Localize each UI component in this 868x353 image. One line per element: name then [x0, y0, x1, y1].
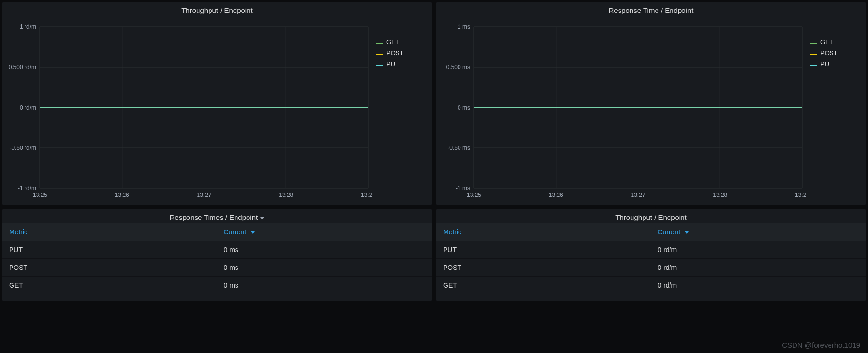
panel-title[interactable]: Throughput / Endpoint — [2, 2, 432, 16]
col-header-label: Current — [224, 228, 247, 236]
legend-swatch-icon — [810, 63, 817, 66]
table-row: POST 0 rd/m — [436, 259, 866, 277]
legend-item-post[interactable]: POST — [810, 49, 858, 57]
legend-swatch-icon — [376, 63, 383, 66]
col-header-current[interactable]: Current — [217, 223, 432, 241]
cell-current: 0 ms — [217, 259, 432, 277]
svg-text:-1 rd/m: -1 rd/m — [18, 185, 36, 192]
cell-metric: PUT — [436, 241, 651, 259]
svg-text:13:28: 13:28 — [713, 192, 727, 198]
metrics-table: Metric Current PUT 0 ms POST 0 ms G — [2, 223, 432, 294]
panel-throughput-table: Throughput / Endpoint Metric Current PUT… — [436, 209, 866, 301]
legend-item-get[interactable]: GET — [810, 38, 858, 46]
legend-item-get[interactable]: GET — [376, 38, 424, 46]
metrics-table: Metric Current PUT 0 rd/m POST 0 rd/m — [436, 223, 866, 294]
svg-text:13:26: 13:26 — [115, 192, 129, 198]
svg-text:0.500 rd/m: 0.500 rd/m — [9, 64, 36, 71]
cell-current: 0 ms — [217, 241, 432, 259]
svg-text:13:29: 13:29 — [795, 192, 806, 198]
sort-desc-icon — [251, 231, 255, 234]
cell-metric: PUT — [2, 241, 217, 259]
cell-current: 0 ms — [217, 277, 432, 294]
table-row: PUT 0 rd/m — [436, 241, 866, 259]
svg-text:-0.50 ms: -0.50 ms — [447, 145, 470, 151]
panel-throughput-chart: Throughput / Endpoint -1 rd/m-0.50 rd/m0… — [2, 2, 432, 205]
svg-text:0.500 ms: 0.500 ms — [446, 64, 470, 71]
legend-swatch-icon — [810, 41, 817, 44]
legend-swatch-icon — [376, 41, 383, 44]
panel-title[interactable]: Response Times / Endpoint — [2, 209, 432, 223]
chart-area[interactable]: -1 rd/m-0.50 rd/m0 rd/m0.500 rd/m1 rd/m1… — [2, 16, 432, 205]
panel-title[interactable]: Throughput / Endpoint — [436, 209, 866, 223]
svg-text:13:25: 13:25 — [467, 192, 481, 198]
legend-item-put[interactable]: PUT — [810, 61, 858, 68]
cell-metric: GET — [2, 277, 217, 294]
table-row: POST 0 ms — [2, 259, 432, 277]
plot: -1 rd/m-0.50 rd/m0 rd/m0.500 rd/m1 rd/m1… — [5, 19, 372, 202]
legend-item-post[interactable]: POST — [376, 49, 424, 57]
col-header-metric[interactable]: Metric — [2, 223, 217, 241]
col-header-metric[interactable]: Metric — [436, 223, 651, 241]
legend-label: PUT — [386, 61, 399, 68]
svg-text:13:27: 13:27 — [197, 192, 211, 198]
legend-label: PUT — [820, 61, 833, 68]
legend-swatch-icon — [810, 52, 817, 55]
legend: GET POST PUT — [372, 19, 426, 202]
svg-text:-0.50 rd/m: -0.50 rd/m — [10, 145, 36, 151]
svg-text:0 rd/m: 0 rd/m — [20, 104, 36, 111]
legend-swatch-icon — [376, 52, 383, 55]
cell-current: 0 rd/m — [651, 241, 866, 259]
svg-text:-1 ms: -1 ms — [456, 185, 470, 192]
plot: -1 ms-0.50 ms0 ms0.500 ms1 ms13:2513:261… — [439, 19, 806, 202]
cell-metric: POST — [436, 259, 651, 277]
legend-label: GET — [820, 38, 833, 46]
legend-item-put[interactable]: PUT — [376, 61, 424, 68]
legend: GET POST PUT — [806, 19, 860, 202]
svg-text:13:28: 13:28 — [279, 192, 293, 198]
panel-responsetimes-table: Response Times / Endpoint Metric Current… — [2, 209, 432, 301]
col-header-label: Current — [658, 228, 681, 236]
panel-title[interactable]: Response Time / Endpoint — [436, 2, 866, 16]
dashboard: Throughput / Endpoint -1 rd/m-0.50 rd/m0… — [0, 0, 868, 303]
table-row: GET 0 rd/m — [436, 277, 866, 294]
sort-desc-icon — [685, 231, 689, 234]
chart-area[interactable]: -1 ms-0.50 ms0 ms0.500 ms1 ms13:2513:261… — [436, 16, 866, 205]
cell-metric: POST — [2, 259, 217, 277]
legend-label: POST — [820, 49, 837, 57]
svg-text:13:29: 13:29 — [361, 192, 372, 198]
svg-text:13:25: 13:25 — [33, 192, 47, 198]
cell-current: 0 rd/m — [651, 259, 866, 277]
table-row: GET 0 ms — [2, 277, 432, 294]
col-header-current[interactable]: Current — [651, 223, 866, 241]
svg-text:1 ms: 1 ms — [458, 24, 470, 30]
panel-responsetime-chart: Response Time / Endpoint -1 ms-0.50 ms0 … — [436, 2, 866, 205]
svg-text:1 rd/m: 1 rd/m — [20, 24, 36, 30]
cell-metric: GET — [436, 277, 651, 294]
svg-text:13:27: 13:27 — [631, 192, 645, 198]
svg-text:13:26: 13:26 — [549, 192, 563, 198]
legend-label: GET — [386, 38, 399, 46]
table-row: PUT 0 ms — [2, 241, 432, 259]
cell-current: 0 rd/m — [651, 277, 866, 294]
legend-label: POST — [386, 49, 403, 57]
svg-text:0 ms: 0 ms — [458, 104, 470, 111]
